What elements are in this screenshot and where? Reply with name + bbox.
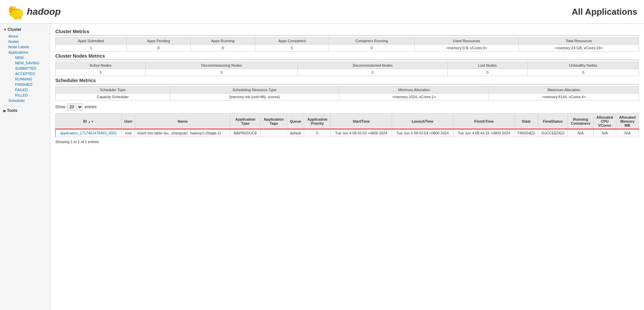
sidebar: Cluster About Nodes Node Labels Applicat… [0,24,50,310]
col-active-nodes: Active Nodes [56,62,146,69]
sidebar-item-failed[interactable]: FAILED [13,87,50,92]
cell-queue: default [287,129,304,137]
sidebar-item-new[interactable]: NEW [13,55,50,60]
cell-priority: 0 [304,129,331,137]
cell-launch-time: Tue Jun 4 08:42:54 +0800 2024 [392,129,453,137]
sidebar-item-finished[interactable]: FINISHED [13,82,50,87]
col-minimum-allocation: Minimum Allocation [339,86,489,94]
val-total-resources: <memory:24 GB, vCores:24> [519,45,639,52]
sidebar-item-killed[interactable]: KILLED [13,92,50,98]
th-launch-time[interactable]: LaunchTime [392,114,453,129]
sidebar-item-running[interactable]: RUNNING [13,76,50,82]
th-finish-time[interactable]: FinishTime [453,114,515,129]
table-row: application_1717461478463_0001 root inse… [56,129,639,137]
cell-type: MAPREDUCE [230,129,260,137]
entries-label: entries [85,105,97,109]
svg-point-4 [14,9,15,10]
val-apps-running: 0 [191,45,255,52]
showing-entries-text: Showing 1 to 1 of 1 entries [55,140,639,144]
svg-rect-5 [14,17,16,19]
page-title: All Applications [572,7,638,17]
col-apps-pending: Apps Pending [126,38,191,45]
cell-state: FINISHED [515,129,538,137]
cluster-nodes-metrics-header: Cluster Nodes Metrics [55,53,639,60]
cluster-nodes-metrics-table: Active Nodes Decommissioning Nodes Decom… [55,62,639,76]
val-apps-submitted: 1 [56,45,127,52]
val-maximum-allocation: <memory:6144, vCores:4> [489,94,639,101]
th-running-containers[interactable]: RunningContainers [568,114,593,129]
logo-text: hadoop [27,6,61,17]
svg-rect-7 [19,17,21,19]
hadoop-elephant-icon [7,3,27,20]
sidebar-item-nodes[interactable]: Nodes [7,39,50,44]
sidebar-item-node-labels[interactable]: Node Labels [7,44,50,50]
show-entries-select[interactable]: 20 10 50 100 [67,103,83,111]
th-name[interactable]: Name [135,114,230,129]
th-application-priority[interactable]: ApplicationPriority [304,114,331,129]
val-used-resources: <memory:0 B, vCores:0> [415,45,519,52]
cell-allocated-memory: N/A [616,129,639,137]
col-total-resources: Total Resources [519,38,639,45]
val-apps-pending: 0 [126,45,191,52]
content-area: Cluster Metrics Apps Submitted Apps Pend… [50,24,644,310]
cluster-metrics-table: Apps Submitted Apps Pending Apps Running… [55,37,639,52]
svg-rect-6 [17,17,18,19]
scheduler-metrics-table: Scheduler Type Scheduling Resource Type … [55,86,639,101]
cell-id[interactable]: application_1717461478463_0001 [56,129,122,137]
val-apps-completed: 1 [255,45,329,52]
th-queue[interactable]: Queue [287,114,304,129]
col-used-resources: Used Resources [415,38,519,45]
th-final-status[interactable]: FinalStatus [538,114,568,129]
th-allocated-memory[interactable]: AllocatedMemoryMB [616,114,639,129]
th-id[interactable]: ID ▲▼ [56,114,122,129]
table-controls: Show 20 10 50 100 entries [55,103,639,111]
col-scheduler-type: Scheduler Type [56,86,170,94]
tools-section: Tools [0,107,50,115]
logo: hadoop [7,3,61,20]
sort-icon-id: ▲▼ [88,120,94,123]
val-minimum-allocation: <memory:1024, vCores:1> [339,94,489,101]
cluster-metrics-header: Cluster Metrics [55,29,639,36]
cluster-nav: About Nodes Node Labels Applications NEW… [0,34,50,103]
cluster-section-title[interactable]: Cluster [0,25,50,34]
val-lost-nodes[interactable]: 0 [447,69,527,76]
val-scheduler-type: Capacity Scheduler [56,94,170,101]
sidebar-item-submitted[interactable]: SUBMITTED [13,66,50,71]
sidebar-item-new-saving[interactable]: NEW_SAVING [13,60,50,66]
th-application-type[interactable]: ApplicationType [230,114,260,129]
col-containers-running: Containers Running [329,38,414,45]
applications-subnav: NEW NEW_SAVING SUBMITTED ACCEPTED RUNNIN… [7,55,50,98]
th-application-tags[interactable]: ApplicationTags [261,114,287,129]
cell-name: insert into table stu...zhangsan', hadoo… [135,129,230,137]
header: hadoop All Applications [0,0,644,24]
show-label: Show [55,105,65,109]
th-state[interactable]: State [515,114,538,129]
col-maximum-allocation: Maximum Allocation [489,86,639,94]
val-decommissioned-nodes[interactable]: 0 [298,69,447,76]
col-apps-completed: Apps Completed [255,38,329,45]
sidebar-item-about[interactable]: About [7,34,50,39]
val-containers-running: 0 [329,45,414,52]
sidebar-item-scheduler[interactable]: Scheduler [7,98,50,103]
applications-table: ID ▲▼ User Name ApplicationType Applicat… [55,113,639,137]
tools-section-title[interactable]: Tools [0,107,50,115]
scheduler-metrics-header: Scheduler Metrics [55,78,639,84]
cell-finish-time: Tue Jun 4 08:43:16 +0800 2024 [453,129,515,137]
cell-running-containers: N/A [568,129,593,137]
col-decommissioned-nodes: Decommissioned Nodes [298,62,447,69]
col-decommissioning-nodes: Decommissioning Nodes [146,62,298,69]
col-apps-running: Apps Running [191,38,255,45]
val-unhealthy-nodes[interactable]: 0 [527,69,639,76]
cell-allocated-cpu: N/A [593,129,616,137]
val-active-nodes[interactable]: 3 [56,69,146,76]
col-lost-nodes: Lost Nodes [447,62,527,69]
th-start-time[interactable]: StartTime [331,114,392,129]
th-user[interactable]: User [121,114,135,129]
val-scheduling-resource-type: [memory-mb (unit=Mi), vcores] [170,94,339,101]
cell-final-status: SUCCEEDED [538,129,568,137]
val-decommissioning-nodes[interactable]: 0 [146,69,298,76]
sidebar-item-accepted[interactable]: ACCEPTED [13,71,50,76]
th-allocated-cpu[interactable]: AllocatedCPUVCores [593,114,616,129]
cell-start-time: Tue Jun 4 08:42:53 +0800 2024 [331,129,392,137]
sidebar-item-applications[interactable]: Applications [7,50,50,55]
